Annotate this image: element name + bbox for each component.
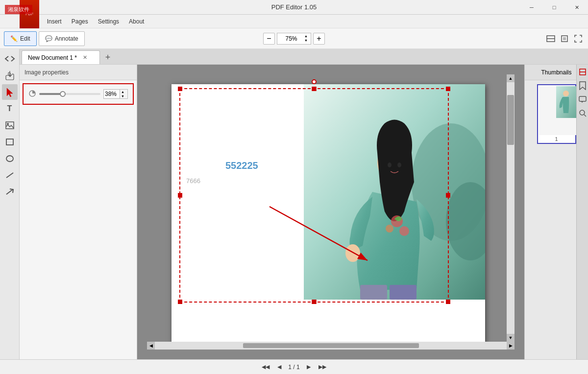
pdf-page: 7666 552225 bbox=[172, 84, 485, 342]
svg-point-8 bbox=[6, 156, 13, 162]
handle-top-left[interactable] bbox=[178, 87, 182, 91]
opacity-control-box: ▲ ▼ bbox=[23, 83, 134, 105]
nav-left-right-btn[interactable] bbox=[2, 51, 18, 67]
svg-point-18 bbox=[397, 163, 401, 167]
page-separator: / bbox=[293, 364, 296, 371]
fit-page-icon[interactable] bbox=[559, 33, 570, 45]
vertical-scrollbar[interactable]: ▲ ▼ bbox=[507, 74, 514, 342]
rectangle-tool-btn[interactable] bbox=[2, 134, 18, 150]
right-icon-comment[interactable] bbox=[577, 94, 588, 105]
svg-line-10 bbox=[6, 189, 13, 194]
menu-insert[interactable]: Insert bbox=[42, 16, 67, 27]
statusbar: ◀◀ ◀ 1 / 1 ▶ ▶▶ bbox=[0, 359, 588, 374]
prev-page-btn[interactable]: ◀ bbox=[274, 362, 284, 372]
svg-point-34 bbox=[580, 110, 585, 115]
menubar: Edit Insert Pages Settings About bbox=[0, 15, 588, 28]
document-canvas[interactable]: 7666 552225 bbox=[137, 65, 524, 359]
panel-header: Image properties bbox=[20, 65, 137, 80]
zoom-in-button[interactable]: + bbox=[313, 33, 325, 45]
handle-mid-left[interactable] bbox=[178, 193, 182, 198]
fullscreen-icon[interactable] bbox=[572, 33, 584, 45]
select-tool-btn[interactable] bbox=[2, 84, 18, 100]
document-tab[interactable]: New Document 1 * ✕ bbox=[22, 50, 100, 64]
hand-tool-btn[interactable] bbox=[2, 68, 18, 83]
menu-about[interactable]: About bbox=[124, 16, 149, 27]
tab-label: New Document 1 * bbox=[28, 54, 77, 61]
ellipse-tool-btn[interactable] bbox=[2, 151, 18, 166]
zoom-down-arrow[interactable]: ▼ bbox=[304, 39, 308, 43]
edit-label: Edit bbox=[20, 35, 30, 42]
window-title: PDF Editor 1.05 bbox=[271, 3, 317, 11]
svg-point-22 bbox=[345, 244, 360, 262]
right-icon-bookmark[interactable] bbox=[577, 80, 588, 91]
toolbar: ✏️ Edit 💬 Annotate − ▲ ▼ + bbox=[0, 28, 588, 49]
svg-point-21 bbox=[399, 226, 409, 236]
last-page-btn[interactable]: ▶▶ bbox=[318, 362, 327, 372]
annotate-label: Annotate bbox=[55, 35, 78, 42]
handle-bottom-left[interactable] bbox=[178, 300, 182, 304]
maximize-button[interactable]: □ bbox=[543, 0, 565, 15]
handle-bottom-center[interactable] bbox=[312, 300, 317, 304]
first-page-btn[interactable]: ◀◀ bbox=[261, 362, 270, 372]
zoom-input[interactable] bbox=[280, 35, 302, 42]
minimize-button[interactable]: ─ bbox=[520, 0, 543, 15]
image-properties-panel: Image properties bbox=[20, 65, 137, 359]
app-logo: PDF bbox=[20, 0, 39, 28]
opacity-up-btn[interactable]: ▲ bbox=[120, 90, 125, 94]
annotate-icon: 💬 bbox=[45, 35, 52, 42]
scroll-right-btn[interactable]: ▶ bbox=[507, 342, 514, 350]
svg-line-35 bbox=[584, 115, 586, 117]
thumbnail-1[interactable]: 1 bbox=[537, 84, 576, 144]
handle-bottom-right[interactable] bbox=[446, 300, 450, 304]
scroll-down-btn[interactable]: ▼ bbox=[507, 334, 514, 342]
scroll-track bbox=[507, 82, 514, 334]
opacity-icon bbox=[28, 90, 36, 99]
zoom-up-arrow[interactable]: ▲ bbox=[304, 34, 308, 38]
next-page-btn[interactable]: ▶ bbox=[304, 362, 314, 372]
scroll-up-btn[interactable]: ▲ bbox=[507, 74, 514, 82]
right-toolbar-icons bbox=[545, 33, 584, 45]
page-info: 1 / 1 bbox=[288, 364, 299, 371]
watermark-number-2: 552225 bbox=[225, 160, 258, 171]
zoom-out-button[interactable]: − bbox=[263, 33, 275, 45]
opacity-slider[interactable] bbox=[39, 93, 100, 95]
page-image bbox=[304, 84, 485, 300]
opacity-input[interactable] bbox=[104, 91, 120, 97]
menu-settings[interactable]: Settings bbox=[93, 16, 124, 27]
close-button[interactable]: ✕ bbox=[565, 0, 588, 15]
tab-close-btn[interactable]: ✕ bbox=[81, 54, 89, 62]
fit-width-icon[interactable] bbox=[545, 33, 557, 45]
hscroll-track bbox=[155, 343, 507, 348]
arrow-tool-btn[interactable] bbox=[2, 184, 18, 200]
text-icon: T bbox=[7, 104, 12, 113]
rotate-handle[interactable] bbox=[312, 79, 317, 84]
right-icon-search[interactable] bbox=[577, 108, 588, 118]
thumbnails-title: Thumbnails bbox=[541, 69, 571, 76]
window-controls: ─ □ ✕ bbox=[520, 0, 588, 15]
thumbnail-page-num: 1 bbox=[539, 136, 574, 142]
annotate-button[interactable]: 💬 Annotate bbox=[39, 31, 85, 46]
svg-rect-7 bbox=[6, 139, 13, 145]
zoom-controls: − ▲ ▼ + bbox=[263, 33, 325, 45]
svg-rect-33 bbox=[579, 96, 586, 101]
add-tab-btn[interactable]: + bbox=[101, 50, 115, 64]
scroll-left-btn[interactable]: ◀ bbox=[147, 342, 155, 350]
edit-button[interactable]: ✏️ Edit bbox=[4, 31, 37, 46]
right-icon-fit[interactable] bbox=[577, 67, 588, 77]
edit-icon: ✏️ bbox=[10, 35, 18, 42]
image-tool-btn[interactable] bbox=[2, 117, 18, 133]
line-tool-btn[interactable] bbox=[2, 167, 18, 183]
thumbnail-image bbox=[539, 86, 576, 135]
text-tool-btn[interactable]: T bbox=[2, 101, 18, 117]
opacity-thumb bbox=[60, 91, 66, 97]
horizontal-scrollbar[interactable]: ◀ ▶ bbox=[147, 342, 514, 350]
hscroll-thumb[interactable] bbox=[243, 343, 419, 348]
total-pages: 1 bbox=[296, 364, 300, 371]
opacity-value-box: ▲ ▼ bbox=[103, 89, 128, 99]
opacity-down-btn[interactable]: ▼ bbox=[120, 94, 125, 98]
menu-pages[interactable]: Pages bbox=[67, 16, 93, 27]
opacity-spinners: ▲ ▼ bbox=[120, 90, 125, 98]
content-area: New Document 1 * ✕ + Image properties bbox=[20, 49, 588, 359]
scroll-thumb[interactable] bbox=[507, 95, 514, 145]
svg-point-20 bbox=[386, 225, 393, 233]
